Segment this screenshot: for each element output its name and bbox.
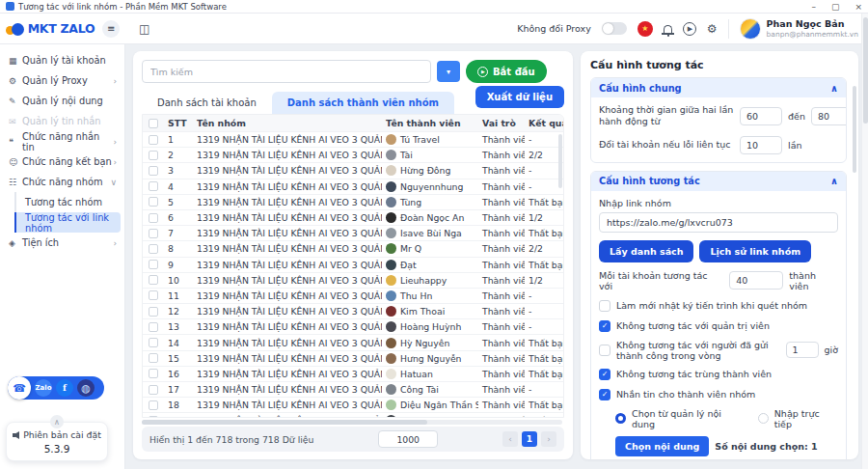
sidebar-subitem-group-interact[interactable]: Tương tác nhóm (14, 192, 124, 212)
sidebar-item-messaging-feature[interactable]: ❝ Chức năng nhắn tin › (0, 131, 124, 152)
row-checkbox[interactable] (149, 290, 158, 300)
row-index: 17 (164, 384, 193, 395)
prev-page-button[interactable]: ‹ (502, 431, 518, 447)
tutorial-video-icon[interactable]: ▶ (683, 22, 696, 36)
table-row[interactable]: 19 1319 NHẬN TÀI LIỆU KÊNH AI VEO 3 QUẢN… (143, 412, 563, 418)
table-row[interactable]: 18 1319 NHẬN TÀI LIỆU KÊNH AI VEO 3 QUẢN… (143, 397, 563, 412)
close-button[interactable]: × (854, 2, 862, 12)
table-row[interactable]: 1 1319 NHẬN TÀI LIỆU KÊNH AI VEO 3 QUẢNG… (143, 131, 563, 147)
sidebar-item-accounts[interactable]: ▦ Quản lý tài khoản (0, 50, 124, 70)
settings-gear-icon[interactable]: ⚙ (707, 22, 718, 36)
per-account-input[interactable] (729, 271, 783, 290)
user-account[interactable]: Phan Ngọc Bản banpn@phanmemmkt.vn (740, 18, 858, 40)
row-checkbox[interactable] (149, 385, 158, 395)
no-admin-checkbox[interactable]: ✓ (599, 320, 610, 332)
row-checkbox[interactable] (149, 369, 158, 378)
maximize-button[interactable]: ▢ (831, 2, 840, 12)
tab-group-member-list[interactable]: Danh sách thành viên nhóm (272, 92, 454, 114)
group-link-input[interactable] (599, 212, 838, 233)
general-config-header[interactable]: Cấu hình chung ∧ (591, 78, 846, 97)
next-page-button[interactable]: › (541, 431, 556, 447)
sidebar-subitem-link-group-interact[interactable]: Tương tác với link nhóm (14, 212, 121, 233)
export-data-button[interactable]: Xuất dữ liệu (475, 86, 564, 108)
row-checkbox[interactable] (149, 166, 158, 176)
row-checkbox[interactable] (149, 338, 158, 347)
table-row[interactable]: 11 1319 NHẬN TÀI LIỆU KÊNH AI VEO 3 QUẢN… (143, 288, 563, 303)
row-checkbox[interactable] (149, 307, 158, 317)
sidebar-item-friend-feature[interactable]: ☺ Chức năng kết bạn › (0, 152, 124, 172)
table-row[interactable]: 5 1319 NHẬN TÀI LIỆU KÊNH AI VEO 3 QUẢNG… (143, 194, 563, 209)
table-row[interactable]: 3 1319 NHẬN TÀI LIỆU KÊNH AI VEO 3 QUẢNG… (143, 162, 563, 178)
sidebar-item-proxy[interactable]: ⚙ Quản lý Proxy › (0, 70, 124, 91)
website-globe-icon[interactable]: ◍ (77, 379, 95, 397)
refresh-log-checkbox[interactable]: ✓ (599, 300, 610, 312)
member-role: Thành viên (478, 400, 525, 410)
table-row[interactable]: 16 1319 NHẬN TÀI LIỆU KÊNH AI VEO 3 QUẢN… (143, 366, 563, 381)
search-filter-dropdown-button[interactable]: ▾ (437, 61, 460, 82)
interact-config-header[interactable]: Cấu hình tương tác ∧ (591, 172, 846, 191)
page-scrollbar[interactable] (861, 14, 868, 469)
table-row[interactable]: 8 1319 NHẬN TÀI LIỆU KÊNH AI VEO 3 QUẢNG… (143, 240, 563, 256)
no-duplicate-checkbox[interactable]: ✓ (599, 369, 610, 380)
table-horizontal-scrollbar[interactable] (142, 420, 562, 425)
interval-to-input[interactable] (811, 107, 847, 125)
interval-from-input[interactable] (740, 107, 782, 125)
row-checkbox[interactable] (149, 353, 158, 363)
sidebar-item-content[interactable]: ✎ Quản lý nội dung (0, 91, 124, 111)
page-size-input[interactable] (378, 430, 438, 448)
message-members-checkbox[interactable]: ✓ (599, 389, 610, 400)
choose-content-button[interactable]: Chọn nội dung (615, 436, 709, 456)
recent-hours-input[interactable] (786, 342, 819, 358)
tab-account-list[interactable]: Danh sách tài khoản (142, 92, 272, 114)
row-checkbox[interactable] (149, 244, 158, 254)
panel-toggle-icon[interactable]: ◫ (139, 22, 149, 36)
table-row[interactable]: 9 1319 NHẬN TÀI LIỆU KÊNH AI VEO 3 QUẢNG… (143, 257, 563, 272)
start-button[interactable]: ▶ Bắt đầu (466, 60, 547, 83)
table-row[interactable]: 15 1319 NHẬN TÀI LIỆU KÊNH AI VEO 3 QUẢN… (143, 350, 563, 366)
msg-from-content-radio[interactable] (615, 413, 626, 424)
link-history-button[interactable]: Lịch sử link nhóm (699, 240, 811, 262)
table-row[interactable]: 13 1319 NHẬN TÀI LIỆU KÊNH AI VEO 3 QUẢN… (143, 318, 563, 334)
row-checkbox[interactable] (149, 322, 158, 332)
msg-direct-radio[interactable] (758, 413, 769, 424)
get-list-button[interactable]: Lấy danh sách (599, 240, 693, 262)
sidebar-item-messages[interactable]: ✉ Quản lý tin nhắn (0, 111, 124, 131)
support-icon[interactable]: ☎ (8, 376, 31, 400)
sidebar-item-utilities[interactable]: ◈ Tiện ích › (0, 233, 124, 253)
notifications-icon[interactable] (664, 25, 672, 33)
table-row[interactable]: 7 1319 NHẬN TÀI LIỆU KÊNH AI VEO 3 QUẢNG… (143, 225, 563, 240)
row-checkbox[interactable] (149, 229, 158, 238)
row-checkbox[interactable] (149, 416, 158, 418)
current-page-button[interactable]: 1 (522, 431, 537, 447)
select-all-checkbox[interactable] (149, 119, 158, 128)
row-checkbox[interactable] (149, 400, 158, 410)
facebook-icon[interactable]: f (56, 379, 73, 397)
minimize-button[interactable]: – (811, 2, 816, 12)
language-flag-icon[interactable]: ★ (637, 21, 653, 37)
sidebar-item-group-feature[interactable]: ☷ Chức năng nhóm ∨ (0, 172, 124, 192)
group-icon: ☷ (9, 178, 22, 187)
row-checkbox[interactable] (149, 135, 158, 145)
row-checkbox[interactable] (149, 151, 158, 160)
proxy-toggle[interactable] (602, 22, 627, 35)
no-recent-checkbox[interactable]: ✓ (599, 345, 610, 356)
row-checkbox[interactable] (149, 260, 158, 269)
switch-account-input[interactable] (740, 136, 782, 154)
table-row[interactable]: 4 1319 NHẬN TÀI LIỆU KÊNH AI VEO 3 QUẢNG… (143, 179, 563, 194)
table-row[interactable]: 6 1319 NHẬN TÀI LIỆU KÊNH AI VEO 3 QUẢNG… (143, 209, 563, 225)
panel-scrollbar[interactable] (853, 86, 856, 173)
collapse-sidebar-button[interactable]: ≡ (102, 20, 120, 38)
collapse-version-icon[interactable]: ∧ (50, 415, 64, 428)
search-input[interactable] (142, 60, 431, 83)
table-row[interactable]: 12 1319 NHẬN TÀI LIỆU KÊNH AI VEO 3 QUẢN… (143, 303, 563, 318)
row-checkbox[interactable] (149, 181, 158, 191)
row-checkbox[interactable] (149, 197, 158, 207)
zalo-icon[interactable]: Zalo (35, 379, 52, 397)
table-row[interactable]: 14 1319 NHẬN TÀI LIỆU KÊNH AI VEO 3 QUẢN… (143, 334, 563, 349)
row-checkbox[interactable] (149, 213, 158, 223)
table-row[interactable]: 10 1319 NHẬN TÀI LIỆU KÊNH AI VEO 3 QUẢN… (143, 272, 563, 288)
table-row[interactable]: 2 1319 NHẬN TÀI LIỆU KÊNH AI VEO 3 QUẢNG… (143, 147, 563, 162)
table-vertical-scrollbar[interactable] (558, 134, 562, 188)
row-checkbox[interactable] (149, 275, 158, 285)
table-row[interactable]: 17 1319 NHẬN TÀI LIỆU KÊNH AI VEO 3 QUẢN… (143, 381, 563, 397)
